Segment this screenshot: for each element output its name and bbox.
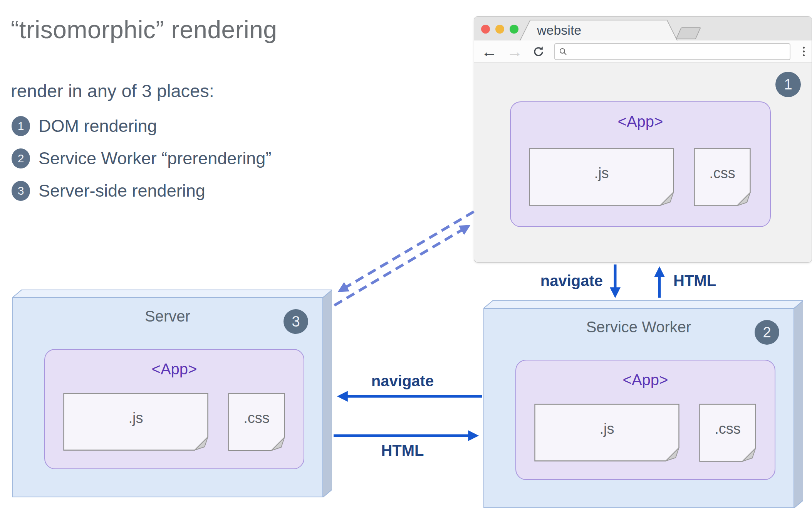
app-box-server: <App> .js .css: [44, 349, 304, 469]
css-file-icon: .css: [694, 148, 751, 206]
step-badge-3: 3: [284, 309, 308, 334]
js-file-icon: .js: [529, 148, 674, 206]
dashed-arrow-to-browser: [334, 230, 462, 305]
legend-item-service-worker: 2 Service Worker “prerendering”: [12, 147, 271, 170]
app-box-service-worker: <App> .js .css: [515, 360, 775, 480]
search-icon: [559, 47, 567, 56]
css-file-icon: .css: [699, 404, 756, 462]
server-box-face: Server 3 <App> .js .css: [12, 298, 323, 497]
navigate-label-horizontal: navigate: [345, 372, 460, 390]
close-window-icon[interactable]: [481, 25, 490, 34]
js-file-label: .js: [534, 421, 679, 437]
legend-item-dom: 1 DOM rendering: [12, 114, 271, 138]
js-file-icon: .js: [534, 404, 679, 461]
legend-label: DOM rendering: [39, 116, 157, 136]
window-controls: [481, 25, 518, 34]
browser-toolbar: ← →: [474, 40, 812, 63]
forward-button[interactable]: →: [507, 44, 523, 60]
dashed-arrow-to-server: [346, 212, 474, 287]
legend-list: 1 DOM rendering 2 Service Worker “preren…: [12, 114, 271, 203]
navigate-label-vertical: navigate: [512, 272, 603, 290]
legend-label: Server-side rendering: [39, 181, 205, 201]
reload-icon: [532, 45, 545, 58]
minimize-window-icon[interactable]: [495, 25, 504, 34]
js-file-label: .js: [63, 410, 208, 426]
url-bar[interactable]: [554, 43, 790, 60]
legend-label: Service Worker “prerendering”: [39, 148, 271, 168]
css-file-icon: .css: [228, 393, 285, 451]
browser-window: website ← → 1 <App: [474, 16, 812, 263]
html-label-horizontal: HTML: [345, 442, 460, 459]
browser-tabstrip: website: [474, 17, 812, 41]
js-file-icon: .js: [63, 393, 208, 451]
server-title: Server: [12, 308, 323, 325]
app-label: <App>: [45, 360, 304, 378]
app-label: <App>: [516, 371, 775, 389]
browser-tab[interactable]: website: [519, 20, 678, 41]
new-tab-button[interactable]: [676, 27, 701, 39]
js-file-label: .js: [529, 165, 674, 182]
css-file-label: .css: [699, 421, 756, 437]
legend-badge-1: 1: [12, 116, 30, 136]
service-worker-box-face: Service Worker 2 <App> .js .css: [483, 308, 794, 508]
css-file-label: .css: [694, 165, 751, 182]
maximize-window-icon[interactable]: [510, 25, 518, 34]
app-box-browser: <App> .js .css: [510, 101, 771, 227]
app-label: <App>: [511, 113, 770, 130]
html-label-vertical: HTML: [673, 272, 716, 290]
step-badge-2: 2: [755, 320, 779, 345]
slide-canvas: “trisomorphic” rendering render in any o…: [0, 0, 812, 512]
browser-viewport: 1 <App> .js .css: [474, 63, 812, 262]
back-button[interactable]: ←: [481, 44, 497, 60]
legend-badge-2: 2: [12, 148, 30, 168]
page-title: “trisomorphic” rendering: [11, 15, 277, 44]
step-badge-1: 1: [775, 72, 801, 97]
server-box: Server 3 <App> .js .css: [12, 289, 332, 497]
tab-title: website: [537, 23, 581, 38]
legend-badge-3: 3: [12, 181, 30, 201]
service-worker-box: Service Worker 2 <App> .js .css: [483, 300, 803, 508]
service-worker-title: Service Worker: [483, 318, 794, 336]
intro-text: render in any of 3 places:: [11, 80, 214, 101]
reload-button[interactable]: [532, 45, 545, 58]
css-file-label: .css: [228, 410, 285, 426]
browser-menu-button[interactable]: [803, 47, 805, 56]
legend-item-server-side: 3 Server-side rendering: [12, 179, 271, 203]
